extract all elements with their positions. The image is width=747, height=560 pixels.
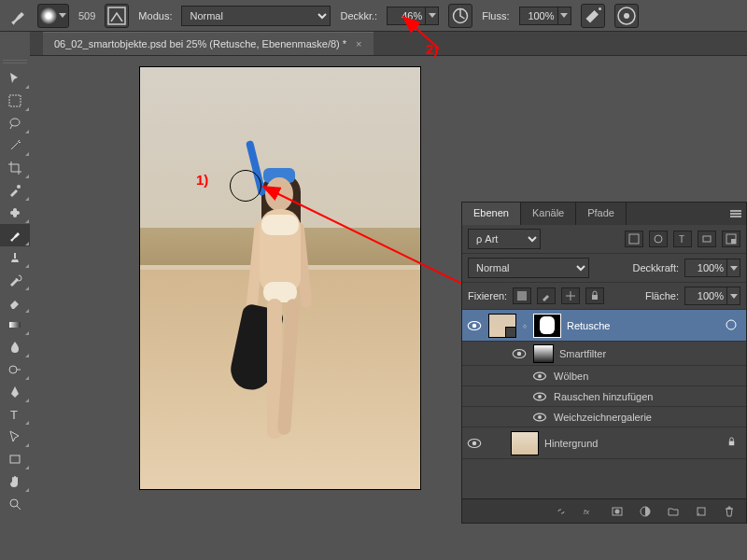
- layer-filter-kind[interactable]: ρ Art: [468, 229, 541, 249]
- svg-point-14: [10, 499, 18, 507]
- visibility-icon[interactable]: [511, 345, 528, 362]
- svg-rect-13: [10, 455, 20, 463]
- type-tool[interactable]: T: [0, 403, 30, 426]
- hand-tool[interactable]: [0, 470, 30, 493]
- layer-row[interactable]: Weichzeichnergalerie: [462, 407, 746, 427]
- blend-mode-select[interactable]: Normal: [181, 6, 331, 26]
- dodge-tool[interactable]: [0, 358, 30, 381]
- close-tab-icon[interactable]: ×: [356, 38, 361, 49]
- fx-icon[interactable]: fx: [580, 503, 599, 520]
- layer-thumbnail[interactable]: [511, 431, 539, 455]
- new-layer-icon[interactable]: [692, 503, 711, 520]
- flow-label: Fluss:: [482, 10, 509, 21]
- link-layers-icon[interactable]: [552, 503, 571, 520]
- adjustment-icon[interactable]: [636, 503, 655, 520]
- document-tab-title: 06_02_smartobjekte.psd bei 25% (Retusche…: [54, 38, 346, 49]
- tab-paths[interactable]: Pfade: [576, 203, 627, 225]
- path-selection-tool[interactable]: [0, 426, 30, 448]
- layer-opacity-menu[interactable]: [727, 259, 740, 277]
- brush-size-value: 509: [78, 10, 95, 21]
- layer-thumbnail[interactable]: [488, 314, 516, 338]
- zoom-tool[interactable]: [0, 493, 30, 515]
- lock-pixels-icon[interactable]: [513, 287, 531, 304]
- layer-name[interactable]: Retusche: [567, 320, 610, 331]
- flow-input[interactable]: [519, 7, 558, 25]
- visibility-icon[interactable]: [531, 409, 548, 426]
- brush-tool[interactable]: [0, 224, 30, 246]
- layer-row[interactable]: ⬨ Retusche: [462, 310, 746, 342]
- document-canvas[interactable]: [140, 67, 420, 489]
- svg-rect-0: [108, 7, 125, 24]
- annotation-1: 1): [196, 172, 208, 188]
- filter-adjust-icon[interactable]: [649, 231, 668, 247]
- rectangle-tool[interactable]: [0, 448, 30, 470]
- tab-layers[interactable]: Ebenen: [462, 203, 521, 225]
- layer-name[interactable]: Wölben: [554, 371, 588, 382]
- eraser-tool[interactable]: [0, 291, 30, 314]
- filter-mask-thumbnail[interactable]: [533, 344, 554, 363]
- layer-opacity-input[interactable]: [684, 259, 727, 277]
- lock-paint-icon[interactable]: [537, 287, 556, 304]
- magic-wand-tool[interactable]: [0, 134, 30, 157]
- layer-name[interactable]: Rauschen hinzufügen: [554, 391, 653, 402]
- tab-channels[interactable]: Kanäle: [521, 203, 576, 225]
- layer-blend-mode[interactable]: Normal: [468, 258, 589, 278]
- eyedropper-tool[interactable]: [0, 179, 30, 202]
- layer-row[interactable]: Wölben: [462, 366, 746, 386]
- link-icon: ⬨: [522, 320, 528, 330]
- svg-point-31: [538, 374, 542, 378]
- brush-preset-picker[interactable]: [37, 4, 69, 28]
- trash-icon[interactable]: [720, 503, 739, 520]
- history-brush-tool[interactable]: [0, 269, 30, 291]
- layer-fill-input[interactable]: [684, 287, 727, 305]
- layer-name[interactable]: Hintergrund: [544, 438, 598, 449]
- layer-row[interactable]: Smartfilter: [462, 342, 746, 366]
- pen-tool[interactable]: [0, 381, 30, 403]
- filter-shape-icon[interactable]: [698, 231, 716, 247]
- move-tool[interactable]: [0, 67, 30, 90]
- svg-point-11: [9, 366, 17, 373]
- opacity-input[interactable]: [387, 7, 426, 25]
- filter-type-icon[interactable]: T: [673, 231, 692, 247]
- blur-tool[interactable]: [0, 336, 30, 358]
- layer-row[interactable]: Hintergrund: [462, 427, 746, 459]
- svg-point-6: [10, 119, 20, 126]
- svg-rect-23: [517, 291, 527, 301]
- svg-point-35: [538, 415, 542, 419]
- visibility-icon[interactable]: [531, 388, 548, 405]
- visibility-icon[interactable]: [466, 435, 483, 452]
- layer-name[interactable]: Weichzeichnergalerie: [554, 412, 652, 423]
- layer-opacity-label: Deckkraft:: [632, 262, 679, 273]
- group-icon[interactable]: [664, 503, 683, 520]
- fill-label: Fläche:: [645, 290, 679, 301]
- layer-row[interactable]: Rauschen hinzufügen: [462, 386, 746, 407]
- healing-brush-tool[interactable]: [0, 202, 30, 224]
- gradient-tool[interactable]: [0, 314, 30, 336]
- mask-icon[interactable]: [608, 503, 627, 520]
- visibility-icon[interactable]: [466, 317, 483, 334]
- pressure-opacity-toggle[interactable]: [448, 4, 472, 28]
- layer-fill-menu[interactable]: [727, 287, 740, 305]
- filter-smart-icon[interactable]: [722, 231, 740, 247]
- pressure-size-toggle[interactable]: [614, 4, 639, 28]
- panel-menu-icon[interactable]: [726, 203, 746, 225]
- filter-image-icon[interactable]: [625, 231, 643, 247]
- lock-position-icon[interactable]: [561, 287, 580, 304]
- clone-stamp-tool[interactable]: [0, 246, 30, 269]
- layer-name[interactable]: Smartfilter: [559, 348, 606, 359]
- lock-all-icon[interactable]: [585, 287, 604, 304]
- opacity-menu[interactable]: [426, 7, 439, 25]
- annotation-2: 2): [426, 41, 438, 57]
- svg-rect-24: [592, 295, 598, 300]
- options-bar: 509 Modus: Normal Deckkr.: Fluss:: [0, 0, 747, 32]
- brush-panel-toggle[interactable]: [105, 4, 129, 28]
- marquee-tool[interactable]: [0, 90, 30, 112]
- flow-menu[interactable]: [558, 7, 571, 25]
- lasso-tool[interactable]: [0, 112, 30, 134]
- airbrush-toggle[interactable]: [581, 4, 605, 28]
- crop-tool[interactable]: [0, 157, 30, 179]
- visibility-icon[interactable]: [531, 368, 548, 385]
- mask-thumbnail[interactable]: [533, 314, 561, 338]
- layers-panel: Ebenen Kanäle Pfade ρ Art T Normal Deckk…: [461, 202, 747, 524]
- document-tab[interactable]: 06_02_smartobjekte.psd bei 25% (Retusche…: [43, 32, 374, 55]
